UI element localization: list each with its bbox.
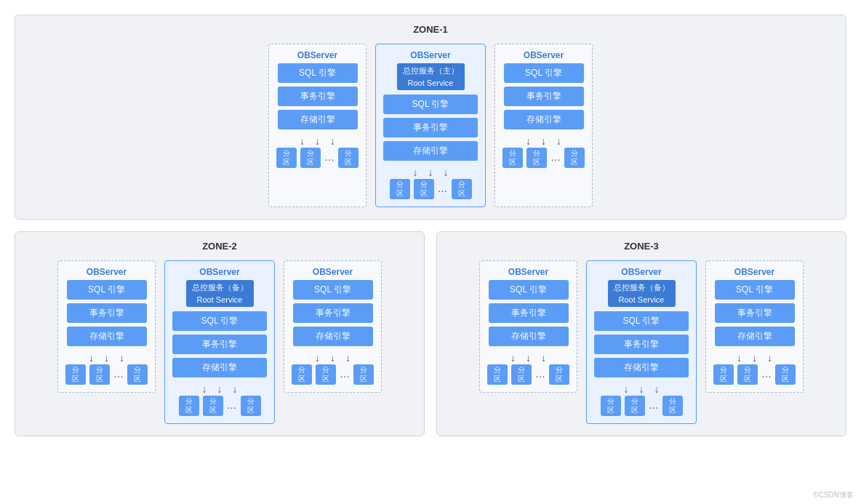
- zone1-box: ZONE-1 OBServer SQL 引擎 事务引擎 存储引擎 ↓ ↓ ↓ 分…: [15, 15, 846, 220]
- z3s3-partitions: ↓ ↓ ↓ 分区 分区 … 分区: [713, 350, 796, 385]
- z3s3-part3: 分区: [775, 364, 796, 385]
- z3s1-label: OBServer: [508, 267, 548, 277]
- main-container: ZONE-1 OBServer SQL 引擎 事务引擎 存储引擎 ↓ ↓ ↓ 分…: [7, 7, 854, 444]
- z3s3-arrow3: ↓: [767, 353, 772, 363]
- z2s3-storage: 存储引擎: [293, 327, 373, 346]
- z2s1-arrow1: ↓: [89, 353, 94, 363]
- z3s1-part2: 分区: [511, 364, 532, 385]
- z1s2-partitions: ↓ ↓ ↓ 分区 分区 … 分区: [383, 164, 478, 199]
- zone3-title: ZONE-3: [449, 241, 834, 252]
- z2s3-part1: 分区: [292, 364, 312, 385]
- zone1-title: ZONE-1: [27, 24, 834, 35]
- z1s2-arrow2: ↓: [428, 167, 433, 177]
- z1s3-ellipsis: …: [550, 148, 561, 168]
- zone2-box: ZONE-2 OBServer SQL 引擎 事务引擎 存储引擎 ↓ ↓ ↓: [15, 231, 425, 436]
- z2s3-part2: 分区: [316, 364, 336, 385]
- z3s2-part1: 分区: [601, 396, 621, 416]
- z3s2-sql: SQL 引擎: [594, 311, 689, 331]
- z2s3-card: OBServer SQL 引擎 事务引擎 存储引擎 ↓ ↓ ↓ 分区 分区: [284, 260, 382, 393]
- z2s3-arrow1: ↓: [315, 353, 320, 363]
- z1s1-card: OBServer SQL 引擎 事务引擎 存储引擎 ↓ ↓ ↓ 分区 分区 … …: [268, 44, 367, 207]
- z3s3-arrow1: ↓: [737, 353, 742, 363]
- z3s2-root-badge: 总控服务（备）Root Service: [608, 280, 676, 307]
- z3s1-part1: 分区: [487, 364, 508, 385]
- z1s2-label: OBServer: [410, 50, 450, 60]
- z2s1-part2: 分区: [89, 364, 110, 385]
- z3s2-part3: 分区: [662, 396, 683, 416]
- z1s3-sql: SQL 引擎: [504, 63, 584, 83]
- z1s1-sql: SQL 引擎: [278, 63, 358, 83]
- z1s2-arrow1: ↓: [413, 167, 418, 177]
- zone2-servers-row: OBServer SQL 引擎 事务引擎 存储引擎 ↓ ↓ ↓ 分区 分区: [27, 260, 412, 424]
- z1s3-tx: 事务引擎: [504, 87, 584, 106]
- z2s2-arrow2: ↓: [217, 384, 223, 394]
- z2s2-part2: 分区: [203, 396, 223, 416]
- z2s2-root-badge: 总控服务（备）Root Service: [186, 280, 254, 307]
- z3s1-arrow3: ↓: [541, 353, 546, 363]
- z1s2-tx: 事务引擎: [383, 118, 478, 137]
- z1s2-ellipsis: …: [438, 179, 448, 199]
- bottom-zones-row: ZONE-2 OBServer SQL 引擎 事务引擎 存储引擎 ↓ ↓ ↓: [15, 231, 846, 436]
- z3s1-card: OBServer SQL 引擎 事务引擎 存储引擎 ↓ ↓ ↓ 分区 分区: [479, 260, 577, 393]
- z1s3-part2: 分区: [526, 148, 547, 168]
- z1s3-partitions: ↓ ↓ ↓ 分区 分区 … 分区: [502, 133, 585, 168]
- z1s1-part1: 分区: [276, 148, 297, 168]
- zone3-servers-row: OBServer SQL 引擎 事务引擎 存储引擎 ↓ ↓ ↓ 分区 分区: [449, 260, 834, 424]
- z1s1-part3: 分区: [338, 148, 359, 168]
- z1s2-sql: SQL 引擎: [383, 95, 478, 114]
- z2s1-part3: 分区: [127, 364, 148, 385]
- z2s2-storage: 存储引擎: [172, 358, 267, 377]
- z1s1-partitions: ↓ ↓ ↓ 分区 分区 … 分区: [276, 133, 359, 168]
- z1s3-part1: 分区: [502, 148, 523, 168]
- z3s3-part2: 分区: [737, 364, 758, 385]
- z2s1-partitions: ↓ ↓ ↓ 分区 分区 … 分区: [65, 350, 148, 385]
- z3s2-ellipsis: …: [649, 396, 659, 416]
- z2s2-part3: 分区: [241, 396, 261, 416]
- z3s2-part2: 分区: [625, 396, 645, 416]
- z3s2-partitions: ↓ ↓ ↓ 分区 分区 … 分区: [594, 381, 689, 416]
- z2s3-arrow3: ↓: [345, 353, 351, 363]
- z2s1-sql: SQL 引擎: [67, 280, 147, 300]
- z1s1-arrow3: ↓: [330, 136, 335, 146]
- z1s2-storage: 存储引擎: [383, 141, 478, 161]
- z3s1-sql: SQL 引擎: [489, 280, 569, 300]
- z3s1-tx: 事务引擎: [489, 303, 569, 323]
- z3s2-label: OBServer: [621, 267, 661, 277]
- z1s2-part1: 分区: [390, 179, 410, 199]
- z2s1-arrow2: ↓: [104, 353, 109, 363]
- z1s1-arrow1: ↓: [300, 136, 305, 146]
- z2s3-tx: 事务引擎: [293, 303, 373, 323]
- z1s2-part2: 分区: [414, 179, 434, 199]
- z1s3-arrow1: ↓: [526, 136, 531, 146]
- z3s3-ellipsis: …: [761, 364, 772, 385]
- z2s1-tx: 事务引擎: [67, 303, 147, 323]
- z1s3-arrow3: ↓: [556, 136, 561, 146]
- z3s3-part1: 分区: [713, 364, 734, 385]
- z2s2-tx: 事务引擎: [172, 335, 267, 354]
- z3s1-ellipsis: …: [535, 364, 545, 385]
- z3s3-tx: 事务引擎: [715, 303, 795, 323]
- z2s2-sql: SQL 引擎: [172, 311, 267, 331]
- z2s1-label: OBServer: [87, 267, 127, 277]
- z2s3-sql: SQL 引擎: [293, 280, 373, 300]
- z1s3-part3: 分区: [564, 148, 585, 168]
- z2s2-arrow3: ↓: [233, 384, 238, 394]
- z2s3-partitions: ↓ ↓ ↓ 分区 分区 … 分区: [292, 350, 374, 385]
- z1s1-storage: 存储引擎: [278, 110, 358, 129]
- z2s2-partitions: ↓ ↓ ↓ 分区 分区 … 分区: [172, 381, 267, 416]
- watermark: ©CSDN博客: [813, 490, 854, 500]
- z1s1-tx: 事务引擎: [278, 87, 358, 106]
- z2s1-part1: 分区: [65, 364, 86, 385]
- z3s1-arrow1: ↓: [510, 353, 516, 363]
- z1s2-card: OBServer 总控服务（主）Root Service SQL 引擎 事务引擎…: [375, 44, 486, 207]
- z3s1-partitions: ↓ ↓ ↓ 分区 分区 … 分区: [487, 350, 569, 385]
- zone1-servers-row: OBServer SQL 引擎 事务引擎 存储引擎 ↓ ↓ ↓ 分区 分区 … …: [27, 44, 834, 207]
- z2s3-ellipsis: …: [340, 364, 350, 385]
- z3s3-arrow2: ↓: [752, 353, 757, 363]
- z2s2-arrow1: ↓: [202, 384, 207, 394]
- z2s2-ellipsis: …: [227, 396, 237, 416]
- z2s2-label: OBServer: [199, 267, 239, 277]
- z1s1-arrow2: ↓: [315, 136, 320, 146]
- z3s2-storage: 存储引擎: [594, 358, 689, 377]
- z3s2-arrow1: ↓: [624, 384, 629, 394]
